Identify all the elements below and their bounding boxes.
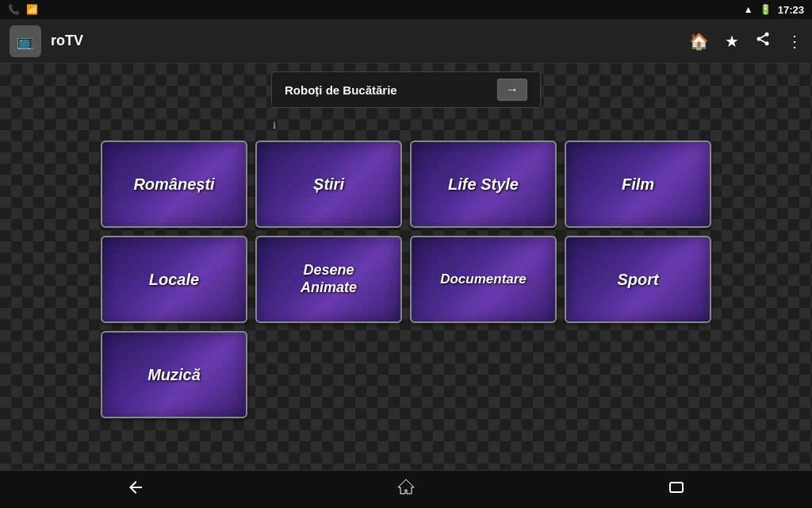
bottom-nav <box>0 470 812 508</box>
empty-cell-2 <box>410 331 557 418</box>
banner-info-icon: ℹ <box>273 121 276 131</box>
category-sport[interactable]: Sport <box>565 236 711 323</box>
svg-line-4 <box>760 35 765 37</box>
clock: 17:23 <box>778 4 804 16</box>
svg-line-3 <box>760 40 765 42</box>
back-button[interactable] <box>126 478 145 502</box>
category-film[interactable]: Film <box>565 140 711 228</box>
category-documentare[interactable]: Documentare <box>410 236 557 323</box>
status-right-icons: ▲ 🔋 17:23 <box>744 4 804 16</box>
status-bar: 📞 📶 ▲ 🔋 17:23 <box>0 0 812 19</box>
svg-point-0 <box>765 33 769 37</box>
app-title: roTV <box>51 33 689 49</box>
empty-cell-1 <box>255 331 402 418</box>
app-icon: 📺 <box>10 25 41 57</box>
banner-arrow-button[interactable]: → <box>497 79 527 101</box>
category-romanesti[interactable]: Românești <box>101 140 247 228</box>
battery-icon: 🔋 <box>760 4 772 15</box>
svg-point-2 <box>765 41 769 45</box>
wifi-icon: ▲ <box>744 4 753 15</box>
favorites-button[interactable]: ★ <box>725 32 739 51</box>
top-bar: 📺 roTV 🏠 ★ ⋮ <box>0 19 812 64</box>
recents-button[interactable] <box>667 478 686 502</box>
categories-grid: Românești Știri Life Style Film Locale D… <box>101 140 711 418</box>
signal-icon: 📶 <box>26 4 38 15</box>
empty-cell-3 <box>565 331 711 418</box>
category-locale[interactable]: Locale <box>101 236 247 323</box>
status-left-icons: 📞 📶 <box>8 4 38 15</box>
category-desene[interactable]: DeseneAnimate <box>255 236 402 323</box>
svg-rect-5 <box>670 483 683 492</box>
phone-icon: 📞 <box>8 4 20 15</box>
category-stiri[interactable]: Știri <box>255 140 402 228</box>
svg-point-1 <box>757 37 761 41</box>
banner-text: Roboți de Bucătărie <box>285 83 485 97</box>
category-lifestyle[interactable]: Life Style <box>410 140 557 228</box>
more-button[interactable]: ⋮ <box>787 32 802 51</box>
home-nav-button[interactable] <box>396 478 416 502</box>
banner-wrapper: Roboți de Bucătărie → ℹ <box>271 71 541 131</box>
banner: Roboți de Bucătărie → <box>271 71 541 108</box>
home-button[interactable]: 🏠 <box>689 32 709 51</box>
main-content: Roboți de Bucătărie → ℹ Românești Știri … <box>0 64 812 470</box>
category-muzica[interactable]: Muzică <box>101 331 247 418</box>
share-button[interactable] <box>755 31 771 51</box>
top-actions: 🏠 ★ ⋮ <box>689 31 802 51</box>
